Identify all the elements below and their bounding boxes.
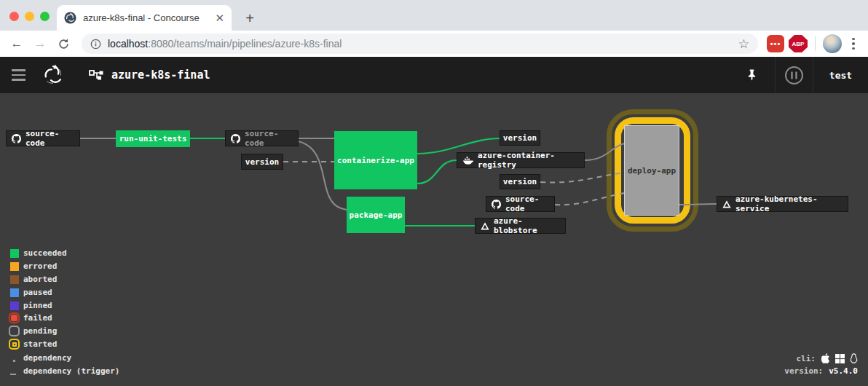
cli-windows-icon[interactable]: [835, 354, 845, 363]
resource-source-code-mid[interactable]: source-code: [225, 130, 299, 146]
tab-close-icon[interactable]: ✕: [215, 12, 224, 25]
legend-item-aborted: aborted: [9, 274, 57, 285]
favicon-concourse-icon: [64, 12, 76, 24]
user-menu[interactable]: test: [813, 57, 868, 93]
paused-swatch: [10, 288, 19, 297]
started-swatch: [9, 339, 20, 350]
cli-label: cli:: [797, 354, 816, 363]
dependency-trigger-mark: [10, 374, 16, 375]
version-label: version:: [784, 366, 823, 376]
job-package-app[interactable]: package-app: [347, 197, 405, 233]
github-icon: [12, 134, 21, 143]
resource-azure-kubernetes-service[interactable]: azure-kubernetes-service: [717, 196, 848, 212]
password-manager-extension-icon[interactable]: •••: [767, 35, 784, 52]
url-text: localhost:8080/teams/main/pipelines/azur…: [108, 38, 342, 50]
resource-azure-blobstore[interactable]: azure-blobstore: [475, 218, 566, 234]
resource-version-mid[interactable]: version: [241, 154, 283, 170]
pinned-swatch: [10, 302, 19, 310]
version-value: v5.4.0: [829, 366, 858, 376]
pin-button[interactable]: [728, 57, 775, 93]
new-tab-button[interactable]: +: [240, 9, 259, 28]
azure-icon: [722, 200, 731, 208]
reload-button[interactable]: [54, 34, 73, 53]
address-bar[interactable]: localhost:8080/teams/main/pipelines/azur…: [82, 34, 758, 54]
github-icon: [231, 134, 240, 143]
succeeded-swatch: [10, 249, 19, 258]
legend-item-pinned: pinned: [9, 300, 52, 311]
forward-button[interactable]: →: [31, 34, 50, 53]
pause-pipeline-button[interactable]: [775, 57, 813, 93]
cli-downloads: cli:: [797, 353, 859, 363]
aborted-swatch: [10, 275, 19, 284]
tab-strip: azure-k8s-final - Concourse ✕ +: [0, 0, 868, 31]
dependency-mark: [13, 360, 15, 362]
resource-source-code-left[interactable]: source-code: [6, 130, 80, 146]
concourse-logo-icon[interactable]: [36, 57, 70, 93]
tab-title: azure-k8s-final - Concourse: [83, 12, 208, 23]
toolbar-divider: [815, 36, 816, 51]
job-containerize-app[interactable]: containerize-app: [334, 131, 417, 189]
errored-swatch: [10, 262, 19, 271]
legend-item-dependency: dependency: [9, 352, 71, 363]
resource-source-code-right[interactable]: source-code: [486, 196, 555, 212]
back-button[interactable]: ←: [7, 34, 26, 53]
legend-item-errored: errored: [9, 261, 57, 272]
legend-item-paused: paused: [9, 287, 52, 298]
failed-swatch: [9, 312, 20, 323]
legend-item-failed: failed: [9, 312, 52, 323]
legend-item-dependency-trigger: dependency (trigger): [9, 366, 119, 377]
browser-toolbar: ← → localhost:8080/teams/main/pipelines/…: [0, 31, 868, 57]
resource-azure-container-registry[interactable]: azure-container-registry: [457, 152, 585, 168]
page-info-icon[interactable]: [90, 39, 101, 50]
window-controls: [9, 12, 50, 21]
github-icon: [492, 200, 501, 209]
pending-swatch: [9, 326, 20, 336]
cli-linux-icon[interactable]: [850, 353, 858, 363]
docker-icon: [462, 156, 473, 165]
close-window-button[interactable]: [9, 12, 19, 21]
maximize-window-button[interactable]: [40, 12, 50, 21]
version-row: version: v5.4.0: [784, 366, 858, 376]
bookmark-star-icon[interactable]: ☆: [738, 36, 749, 52]
azure-icon: [481, 222, 489, 230]
browser-tab[interactable]: azure-k8s-final - Concourse ✕: [57, 5, 232, 31]
profile-avatar[interactable]: [823, 34, 842, 53]
browser-menu-icon[interactable]: [846, 34, 861, 53]
resource-version-right[interactable]: version: [500, 174, 540, 189]
job-deploy-app[interactable]: deploy-app: [624, 125, 679, 216]
pipeline-title: azure-k8s-final: [111, 68, 210, 82]
concourse-topbar: azure-k8s-final test: [0, 57, 868, 93]
pipeline-breadcrumb-icon: [89, 69, 103, 82]
sidebar-hamburger-icon[interactable]: [0, 57, 36, 93]
job-run-unit-tests[interactable]: run-unit-tests: [116, 130, 190, 147]
legend-item-succeeded: succeeded: [9, 248, 67, 259]
legend-item-started: started: [9, 339, 57, 350]
adblock-extension-icon[interactable]: ABP: [789, 35, 808, 52]
legend-item-pending: pending: [9, 326, 57, 336]
cli-apple-icon[interactable]: [821, 353, 830, 363]
resource-version-top[interactable]: version: [500, 130, 540, 146]
breadcrumb: azure-k8s-final: [89, 68, 210, 82]
minimize-window-button[interactable]: [25, 12, 34, 21]
